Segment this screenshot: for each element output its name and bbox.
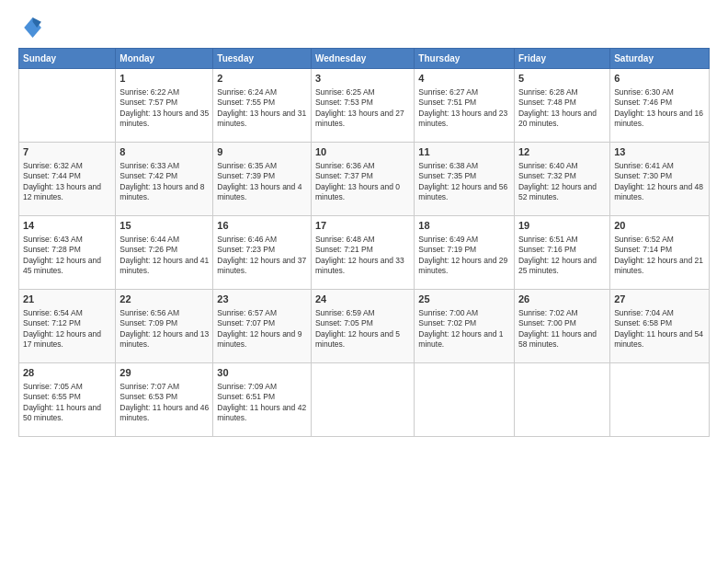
day-number: 12	[518, 145, 606, 159]
sunrise: Sunrise: 6:27 AM	[418, 87, 478, 97]
sunset: Sunset: 7:14 PM	[614, 245, 672, 254]
logo	[18, 15, 48, 40]
sunrise: Sunrise: 6:25 AM	[315, 87, 375, 97]
calendar-cell: 22Sunrise: 6:56 AMSunset: 7:09 PMDayligh…	[116, 290, 213, 363]
calendar-cell: 26Sunrise: 7:02 AMSunset: 7:00 PMDayligh…	[514, 290, 609, 363]
sunset: Sunset: 7:09 PM	[119, 318, 177, 327]
daylight: Daylight: 12 hours and 25 minutes.	[518, 256, 597, 275]
daylight: Daylight: 13 hours and 4 minutes.	[217, 182, 301, 201]
day-number: 29	[119, 366, 209, 380]
sunrise: Sunrise: 6:22 AM	[119, 87, 179, 97]
sunrise: Sunrise: 6:40 AM	[518, 161, 578, 170]
sunset: Sunset: 6:55 PM	[23, 392, 81, 401]
sunrise: Sunrise: 6:43 AM	[23, 235, 83, 244]
calendar-cell	[610, 363, 710, 437]
day-number: 14	[23, 219, 111, 233]
calendar-cell	[415, 363, 515, 437]
header-cell-sunday: Sunday	[19, 49, 116, 69]
calendar-cell: 3Sunrise: 6:25 AMSunset: 7:53 PMDaylight…	[311, 69, 414, 143]
daylight: Daylight: 12 hours and 56 minutes.	[418, 182, 507, 201]
sunset: Sunset: 7:53 PM	[315, 98, 373, 107]
sunrise: Sunrise: 6:49 AM	[418, 235, 478, 244]
daylight: Daylight: 12 hours and 29 minutes.	[418, 256, 507, 275]
calendar-cell: 10Sunrise: 6:36 AMSunset: 7:37 PMDayligh…	[311, 143, 414, 216]
daylight: Daylight: 11 hours and 42 minutes.	[217, 403, 306, 422]
daylight: Daylight: 12 hours and 5 minutes.	[315, 329, 400, 349]
sunrise: Sunrise: 6:46 AM	[217, 235, 277, 244]
day-number: 26	[518, 293, 606, 306]
calendar-cell: 17Sunrise: 6:48 AMSunset: 7:21 PMDayligh…	[311, 216, 414, 290]
header-cell-wednesday: Wednesday	[311, 49, 414, 69]
daylight: Daylight: 11 hours and 46 minutes.	[119, 403, 209, 422]
calendar-cell: 12Sunrise: 6:40 AMSunset: 7:32 PMDayligh…	[514, 143, 609, 216]
calendar-cell: 13Sunrise: 6:41 AMSunset: 7:30 PMDayligh…	[610, 143, 710, 216]
sunrise: Sunrise: 6:54 AM	[23, 308, 83, 317]
sunset: Sunset: 7:23 PM	[217, 245, 275, 254]
sunrise: Sunrise: 6:28 AM	[518, 87, 578, 97]
daylight: Daylight: 12 hours and 45 minutes.	[23, 256, 101, 275]
sunrise: Sunrise: 6:36 AM	[315, 161, 375, 170]
calendar-cell: 8Sunrise: 6:33 AMSunset: 7:42 PMDaylight…	[116, 143, 213, 216]
day-number: 1	[119, 72, 209, 86]
sunrise: Sunrise: 6:57 AM	[217, 308, 277, 317]
calendar-cell: 11Sunrise: 6:38 AMSunset: 7:35 PMDayligh…	[415, 143, 515, 216]
sunset: Sunset: 6:58 PM	[614, 318, 672, 327]
sunrise: Sunrise: 6:35 AM	[217, 161, 277, 170]
sunset: Sunset: 7:00 PM	[518, 318, 576, 327]
day-number: 11	[418, 145, 510, 159]
week-row-4: 21Sunrise: 6:54 AMSunset: 7:12 PMDayligh…	[19, 290, 710, 363]
daylight: Daylight: 12 hours and 13 minutes.	[119, 329, 209, 349]
daylight: Daylight: 13 hours and 31 minutes.	[217, 109, 306, 128]
daylight: Daylight: 13 hours and 16 minutes.	[614, 109, 703, 128]
sunrise: Sunrise: 7:09 AM	[217, 382, 277, 391]
sunset: Sunset: 7:28 PM	[23, 245, 81, 254]
header-row: SundayMondayTuesdayWednesdayThursdayFrid…	[19, 49, 710, 69]
calendar-cell: 6Sunrise: 6:30 AMSunset: 7:46 PMDaylight…	[610, 69, 710, 143]
day-number: 4	[418, 72, 510, 86]
sunset: Sunset: 7:30 PM	[614, 171, 672, 180]
day-number: 2	[217, 72, 307, 86]
daylight: Daylight: 13 hours and 0 minutes.	[315, 182, 400, 201]
week-row-1: 1Sunrise: 6:22 AMSunset: 7:57 PMDaylight…	[19, 69, 710, 143]
sunset: Sunset: 7:26 PM	[119, 245, 177, 254]
calendar-cell: 15Sunrise: 6:44 AMSunset: 7:26 PMDayligh…	[116, 216, 213, 290]
sunrise: Sunrise: 7:07 AM	[119, 382, 179, 391]
calendar-cell: 7Sunrise: 6:32 AMSunset: 7:44 PMDaylight…	[19, 143, 116, 216]
daylight: Daylight: 12 hours and 37 minutes.	[217, 256, 306, 275]
sunrise: Sunrise: 6:56 AM	[119, 308, 179, 317]
daylight: Daylight: 12 hours and 1 minute.	[418, 329, 503, 349]
daylight: Daylight: 13 hours and 35 minutes.	[119, 109, 209, 128]
daylight: Daylight: 12 hours and 52 minutes.	[518, 182, 597, 201]
week-row-2: 7Sunrise: 6:32 AMSunset: 7:44 PMDaylight…	[19, 143, 710, 216]
sunrise: Sunrise: 6:52 AM	[614, 235, 674, 244]
daylight: Daylight: 12 hours and 9 minutes.	[217, 329, 301, 349]
daylight: Daylight: 11 hours and 50 minutes.	[23, 403, 101, 422]
day-number: 3	[315, 72, 410, 86]
sunset: Sunset: 7:12 PM	[23, 318, 81, 327]
daylight: Daylight: 13 hours and 8 minutes.	[119, 182, 204, 201]
sunrise: Sunrise: 6:41 AM	[614, 161, 674, 170]
day-number: 30	[217, 366, 307, 380]
daylight: Daylight: 12 hours and 21 minutes.	[614, 256, 703, 275]
page: SundayMondayTuesdayWednesdayThursdayFrid…	[0, 0, 728, 563]
calendar-cell: 29Sunrise: 7:07 AMSunset: 6:53 PMDayligh…	[116, 363, 213, 437]
calendar-cell: 1Sunrise: 6:22 AMSunset: 7:57 PMDaylight…	[116, 69, 213, 143]
calendar-cell: 28Sunrise: 7:05 AMSunset: 6:55 PMDayligh…	[19, 363, 116, 437]
sunrise: Sunrise: 7:05 AM	[23, 382, 83, 391]
sunset: Sunset: 7:02 PM	[418, 318, 476, 327]
sunset: Sunset: 6:51 PM	[217, 392, 275, 401]
day-number: 13	[614, 145, 705, 159]
daylight: Daylight: 13 hours and 27 minutes.	[315, 109, 404, 128]
day-number: 15	[119, 219, 209, 233]
sunrise: Sunrise: 6:51 AM	[518, 235, 578, 244]
header-cell-tuesday: Tuesday	[213, 49, 312, 69]
header-cell-thursday: Thursday	[415, 49, 515, 69]
sunrise: Sunrise: 6:48 AM	[315, 235, 375, 244]
sunset: Sunset: 7:55 PM	[217, 98, 275, 107]
sunset: Sunset: 6:53 PM	[119, 392, 177, 401]
daylight: Daylight: 11 hours and 54 minutes.	[614, 329, 703, 349]
sunrise: Sunrise: 6:32 AM	[23, 161, 83, 170]
calendar-cell	[311, 363, 414, 437]
daylight: Daylight: 12 hours and 17 minutes.	[23, 329, 101, 349]
day-number: 9	[217, 145, 307, 159]
